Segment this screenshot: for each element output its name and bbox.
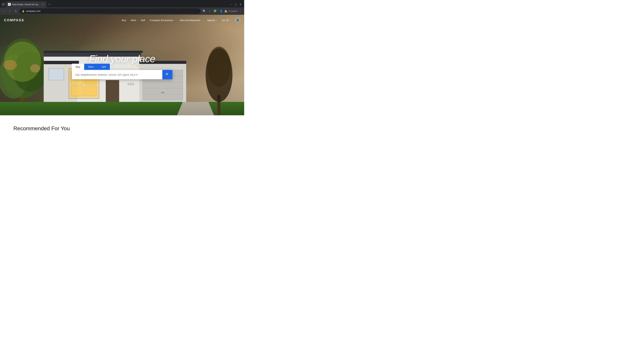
- address-bar: ← → ↻ 🔒 compass.com 🔍 ☆ 🧩 👤 🕵 Incognito …: [0, 7, 244, 15]
- toolbar-divider: [218, 9, 218, 13]
- nav-buy[interactable]: Buy: [122, 19, 126, 22]
- website-content: 6322 COMPASS Buy: [0, 15, 244, 144]
- svg-rect-26: [161, 92, 164, 93]
- tab-favicon: ⊙: [8, 3, 11, 6]
- nav-goto[interactable]: Go To ⌄: [222, 19, 231, 22]
- search-submit-button[interactable]: 🔍: [162, 70, 172, 79]
- toolbar-icons: 🔍 ☆ 🧩 👤 🕵 Incognito ⋮: [202, 9, 243, 13]
- tab-list-button[interactable]: ⌄: [1, 2, 5, 6]
- hero-section: 6322 COMPASS Buy: [0, 15, 244, 115]
- nav-links: Buy Rent Sell Compass Exclusives ⌄ New D…: [122, 18, 240, 22]
- svg-point-27: [64, 65, 66, 67]
- tab-bar: ⌄ ⊙ Real Estate, Homes for Sale & A... ✕…: [0, 0, 244, 7]
- active-tab[interactable]: ⊙ Real Estate, Homes for Sale & A... ✕: [6, 1, 46, 7]
- search-tab-sell[interactable]: Sell: [98, 64, 110, 70]
- bookmark-icon[interactable]: ☆: [207, 9, 212, 13]
- svg-point-32: [207, 46, 231, 87]
- search-tab-buy[interactable]: Buy: [72, 64, 84, 70]
- url-bar[interactable]: 🔒 compass.com: [20, 8, 200, 14]
- new-tab-button[interactable]: +: [47, 2, 52, 7]
- agents-chevron: ⌄: [216, 19, 217, 21]
- window-controls: – ◻ ✕: [230, 3, 243, 5]
- tree-right: [200, 45, 238, 115]
- tab-title: Real Estate, Homes for Sale & A...: [12, 3, 40, 6]
- browser-chrome: ⌄ ⊙ Real Estate, Homes for Sale & A... ✕…: [0, 0, 244, 15]
- below-hero-section: Recommended For You: [0, 115, 244, 144]
- recommended-section-title: Recommended For You: [14, 125, 231, 132]
- nav-agents[interactable]: Agents ⌄: [207, 19, 217, 22]
- close-button[interactable]: ✕: [240, 3, 242, 5]
- search-widget: Buy Rent Sell 🔍: [72, 64, 172, 79]
- search-icon: 🔍: [166, 73, 169, 76]
- extensions-icon[interactable]: 🧩: [213, 9, 217, 13]
- back-button[interactable]: ←: [1, 9, 6, 13]
- nav-new-development[interactable]: New Development ⌄: [180, 19, 202, 22]
- nav-compass-exclusives[interactable]: Compass Exclusives ⌄: [150, 19, 175, 22]
- svg-rect-17: [49, 68, 64, 80]
- search-tab-rent[interactable]: Rent: [84, 64, 98, 70]
- svg-rect-18: [106, 80, 119, 105]
- svg-rect-15: [72, 86, 83, 96]
- svg-point-6: [30, 64, 40, 72]
- svg-point-5: [3, 60, 17, 70]
- new-development-chevron: ⌄: [201, 19, 202, 21]
- nav-rent[interactable]: Rent: [131, 19, 136, 22]
- incognito-label: Incognito: [228, 10, 238, 12]
- minimize-button[interactable]: –: [230, 3, 232, 5]
- search-toolbar-icon[interactable]: 🔍: [202, 9, 206, 13]
- goto-chevron: ⌄: [229, 19, 231, 21]
- user-account-icon[interactable]: 👤: [236, 18, 240, 22]
- menu-icon[interactable]: ⋮: [238, 9, 243, 13]
- profile-icon[interactable]: 👤: [219, 9, 224, 13]
- incognito-badge: 🕵 Incognito: [224, 9, 238, 13]
- site-nav: COMPASS Buy Rent Sell Compass Exclusives…: [0, 15, 244, 25]
- search-box: 🔍: [72, 70, 172, 79]
- maximize-button[interactable]: ◻: [235, 3, 237, 5]
- compass-exclusives-chevron: ⌄: [174, 19, 175, 21]
- forward-button[interactable]: →: [8, 9, 12, 13]
- tab-close-button[interactable]: ✕: [42, 3, 44, 6]
- search-tabs: Buy Rent Sell: [72, 64, 110, 70]
- svg-rect-9: [44, 51, 143, 53]
- search-input[interactable]: [72, 70, 162, 79]
- svg-text:6322: 6322: [128, 82, 134, 86]
- refresh-button[interactable]: ↻: [14, 9, 18, 13]
- hero-title: Find your place: [89, 53, 155, 64]
- svg-rect-16: [85, 86, 96, 96]
- url-text: compass.com: [26, 10, 40, 12]
- incognito-icon: 🕵: [224, 9, 228, 13]
- nav-sell[interactable]: Sell: [141, 19, 145, 22]
- site-logo[interactable]: COMPASS: [4, 18, 24, 22]
